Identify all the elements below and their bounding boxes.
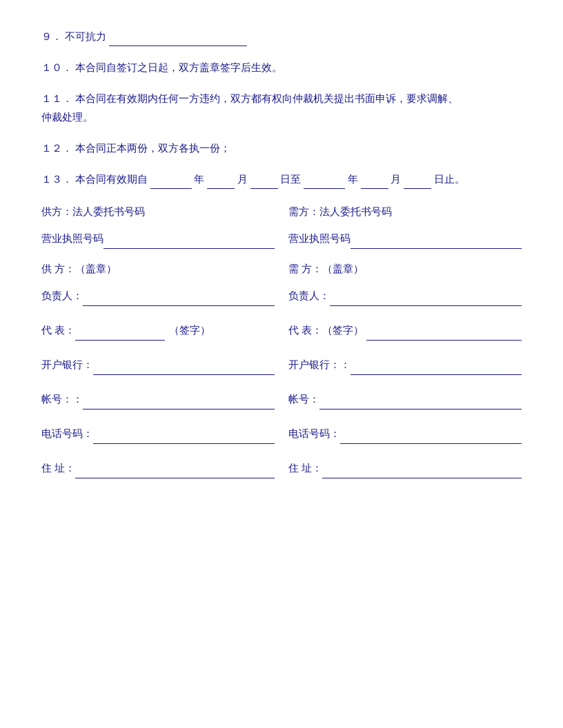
demand-address-field[interactable] [322,466,522,478]
demand-bank-field[interactable] [350,363,522,375]
supply-phone: 电话号码： [41,423,282,444]
clause-11-continuation: 仲裁处理。 [41,112,93,123]
demand-account-field[interactable] [319,397,522,410]
supply-sign-label: （签字） [169,320,210,341]
clause-9: ９． 不可抗力 [41,28,522,46]
clause-11-text: 本合同在有效期内任何一方违约，双方都有权向仲裁机关提出书面申诉，要求调解、 [75,93,458,104]
demand-license-field[interactable] [350,236,522,249]
demand-rep: 代 表： （签字） [282,320,522,341]
clause-13: １３． 本合同有效期自 年 月 日至 年 月 日止。 [41,170,522,189]
clause-10-number: １０． [41,62,72,73]
demand-responsible: 负责人： [282,285,522,306]
clause-13-month2-label: 月 [391,174,401,185]
clause-13-year1-field[interactable] [150,176,192,189]
demand-rep-field[interactable] [366,328,522,341]
demand-account-label: 帐号： [288,389,319,410]
clause-12-text: 本合同正本两份，双方各执一份； [75,143,230,154]
clause-13-day2-label: 日止。 [434,174,465,185]
clause-13-day1-label: 日至 [280,174,301,185]
clause-13-number: １３． [41,174,72,185]
clause-12: １２． 本合同正本两份，双方各执一份； [41,139,522,158]
demand-label: 需方：法人委托书号码 [288,206,392,217]
demand-phone-label: 电话号码： [288,423,340,444]
demand-license: 营业执照号码 [282,228,522,249]
supply-address: 住 址： [41,458,282,478]
supply-rep: 代 表： （签字） [41,320,282,341]
supply-license: 营业执照号码 [41,228,282,249]
clause-11-cont: 仲裁处理。 [41,108,522,127]
clause-11-number: １１． [41,93,72,104]
demand-bank-label: 开户银行：： [288,354,350,375]
demand-responsible-label: 负责人： [288,285,330,306]
clause-12-number: １２． [41,143,72,154]
demand-license-label: 营业执照号码 [288,228,350,249]
demand-account: 帐号： [282,389,522,410]
supply-license-label: 营业执照号码 [41,228,103,249]
clause-9-label: 不可抗力 [65,31,106,42]
supply-bank-label: 开户银行： [41,354,93,375]
supply-label: 供方：法人委托书号码 [41,206,145,217]
bank-row: 开户银行： 开户银行：： [41,354,522,379]
supply-stamp: 供 方：（盖章） [41,263,282,276]
legal-rep-row: 供方：法人委托书号码 需方：法人委托书号码 [41,205,522,219]
clause-11-line1: １１． 本合同在有效期内任何一方违约，双方都有权向仲裁机关提出书面申诉，要求调解… [41,90,522,108]
demand-stamp-label: 需 方：（盖章） [288,263,364,274]
stamp-row: 供 方：（盖章） 需 方：（盖章） [41,263,522,276]
responsible-row: 负责人： 负责人： [41,285,522,310]
supply-rep-label: 代 表： [41,320,75,341]
address-row: 住 址： 住 址： [41,458,522,483]
supply-account-label: 帐号：： [41,389,83,410]
clause-13-day2-field[interactable] [404,176,431,189]
supply-bank-field[interactable] [93,363,275,375]
demand-sign-label: （签字） [322,320,364,341]
clause-13-day1-field[interactable] [250,176,278,189]
supply-address-field[interactable] [75,466,275,478]
clause-11: １１． 本合同在有效期内任何一方违约，双方都有权向仲裁机关提出书面申诉，要求调解… [41,90,522,127]
demand-phone-field[interactable] [340,432,522,444]
demand-address-label: 住 址： [288,458,322,478]
demand-bank: 开户银行：： [282,354,522,375]
clause-13-month1-field[interactable] [207,176,235,189]
demand-address: 住 址： [282,458,522,478]
clause-13-month1-label: 月 [237,174,248,185]
supply-responsible: 负责人： [41,285,282,306]
account-row: 帐号：： 帐号： [41,389,522,414]
supply-license-field[interactable] [103,236,275,249]
supply-bank: 开户银行： [41,354,282,375]
phone-row: 电话号码： 电话号码： [41,423,522,448]
clause-13-year2-label: 年 [348,174,358,185]
main-content: ９． 不可抗力 １０． 本合同自签订之日起，双方盖章签字后生效。 １１． 本合同… [41,28,522,483]
supply-legal-rep: 供方：法人委托书号码 [41,205,282,219]
demand-rep-label: 代 表： [288,320,322,341]
supply-stamp-label: 供 方：（盖章） [41,263,117,274]
clause-10: １０． 本合同自签订之日起，双方盖章签字后生效。 [41,59,522,77]
clause-13-year2-field[interactable] [304,176,345,189]
party-section: 供方：法人委托书号码 需方：法人委托书号码 营业执照号码 营业执照号码 供 方：… [41,205,522,483]
demand-phone: 电话号码： [282,423,522,444]
representative-row: 代 表： （签字） 代 表： （签字） [41,320,522,345]
supply-rep-field[interactable] [75,328,165,341]
business-license-row: 营业执照号码 营业执照号码 [41,228,522,253]
clause-9-number: ９． [41,31,62,42]
supply-phone-label: 电话号码： [41,423,93,444]
supply-phone-field[interactable] [93,432,275,444]
demand-responsible-field[interactable] [330,294,522,306]
clause-13-year1-label: 年 [194,174,204,185]
demand-stamp: 需 方：（盖章） [282,263,522,276]
clause-13-month2-field[interactable] [361,176,388,189]
supply-account: 帐号：： [41,389,282,410]
clause-10-text: 本合同自签订之日起，双方盖章签字后生效。 [75,62,282,73]
clause-9-field[interactable] [109,34,247,46]
demand-legal-rep: 需方：法人委托书号码 [282,205,522,219]
supply-account-field[interactable] [83,397,275,410]
clause-13-prefix: 本合同有效期自 [75,174,148,185]
supply-responsible-label: 负责人： [41,285,83,306]
supply-responsible-field[interactable] [83,294,275,306]
supply-address-label: 住 址： [41,458,75,478]
